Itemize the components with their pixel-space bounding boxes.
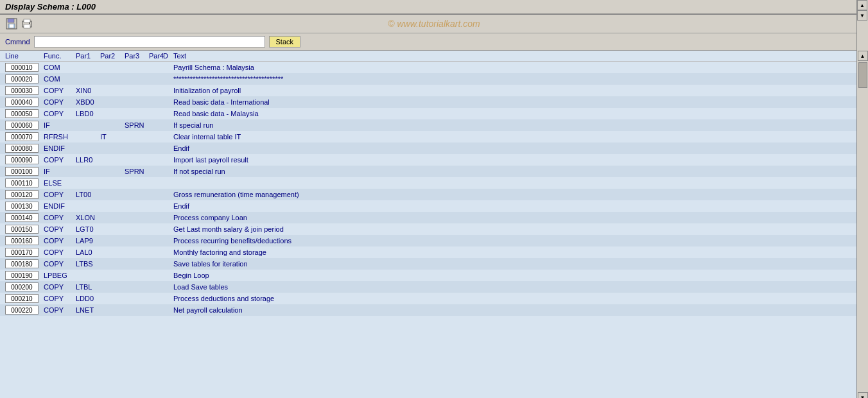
line-input[interactable] [5,155,39,164]
cell-text: **************************************** [173,75,851,83]
command-bar: Cmmnd Stack ▲ ▼ [0,33,868,51]
cell-par1: LNET [76,306,100,314]
scrollbar-down-arrow[interactable]: ▼ [857,10,867,21]
cell-par1: LT00 [76,191,100,198]
cell-line [5,178,44,188]
cell-line [5,63,44,73]
cell-text: Read basic data - International [173,98,851,106]
stack-button[interactable]: Stack [269,36,301,48]
cell-func: ENDIF [44,202,76,210]
cell-text: Import last payroll result [173,156,851,164]
cell-text: Load Save tables [173,283,851,291]
table-row: LPBEG Begin Loop [0,270,856,281]
svg-rect-6 [24,24,30,28]
cell-line [5,225,44,234]
line-input[interactable] [5,306,39,315]
cell-func: COPY [44,191,76,198]
line-input[interactable] [5,144,39,153]
cell-line [5,144,44,153]
line-input[interactable] [5,282,39,291]
line-input[interactable] [5,225,39,234]
data-table: COM Payrill Schema : Malaysia COM ******… [0,62,856,316]
col-header-par4: Par4 [149,52,163,60]
cell-text: Clear internal table IT [173,133,851,141]
cell-text: If special run [173,121,851,129]
line-input[interactable] [5,202,39,211]
scrollbar-bottom-arrow[interactable]: ▼ [858,392,868,398]
line-input[interactable] [5,190,39,199]
line-input[interactable] [5,213,39,222]
scrollbar-top-arrow[interactable]: ▲ [858,51,868,61]
cell-func: ELSE [44,179,76,187]
line-input[interactable] [5,132,39,141]
cell-func: IF [44,121,76,129]
cell-par2: IT [100,133,125,141]
line-input[interactable] [5,259,39,268]
cell-par1: LLR0 [76,156,100,164]
col-header-par2: Par2 [100,52,125,60]
scrollbar-up-arrow[interactable]: ▲ [857,0,867,10]
toolbar: © www.tutorialkart.com [0,15,868,33]
line-input[interactable] [5,74,39,83]
cell-par1: XBD0 [76,98,100,106]
watermark: © www.tutorialkart.com [388,19,480,29]
cell-text: If not special run [173,168,851,175]
print-icon[interactable] [21,17,33,30]
table-row: COPY LGT0 Get Last month salary & join p… [0,223,856,235]
cell-func: LPBEG [44,272,76,279]
line-input[interactable] [5,86,39,95]
cell-par1: LAL0 [76,248,100,256]
table-row: COPY XLON Process company Loan [0,212,856,223]
cell-par3: SPRN [125,168,149,175]
content-area: Line Func. Par1 Par2 Par3 Par4 D Text CO… [0,51,856,398]
line-input[interactable] [5,178,39,187]
cell-func: COPY [44,87,76,94]
line-input[interactable] [5,98,39,107]
table-row: IF SPRN If not special run [0,166,856,177]
cell-par1: LBD0 [76,110,100,117]
cell-text: Initialization of payroll [173,87,851,94]
cell-text: Read basic data - Malaysia [173,110,851,117]
cell-text: Monthly factoring and storage [173,248,851,256]
table-row: COPY LT00 Gross remuneration (time manag… [0,189,856,200]
line-input[interactable] [5,271,39,280]
table-row: ELSE [0,177,856,189]
scrollbar-thumb[interactable] [858,62,867,88]
table-row: COM Payrill Schema : Malaysia [0,62,856,73]
cell-func: RFRSH [44,133,76,141]
command-input[interactable] [34,36,265,48]
cell-func: COPY [44,98,76,106]
line-input[interactable] [5,248,39,257]
line-input[interactable] [5,109,39,118]
table-row: COPY LAP9 Process recurring benefits/ded… [0,235,856,247]
cell-par1: LTBL [76,283,100,291]
cell-func: COPY [44,225,76,233]
cell-text: Endif [173,202,851,210]
column-headers: Line Func. Par1 Par2 Par3 Par4 D Text [0,51,856,62]
cell-text: Save tables for iteration [173,260,851,268]
cell-line [5,190,44,200]
line-input[interactable] [5,63,39,72]
cell-text: Process company Loan [173,214,851,221]
cell-func: COPY [44,214,76,221]
cell-func: IF [44,168,76,175]
cell-par1: LAP9 [76,237,100,245]
line-input[interactable] [5,121,39,130]
cell-func: COPY [44,110,76,117]
cell-line [5,282,44,292]
cell-line [5,306,44,315]
cell-line [5,109,44,119]
save-icon[interactable] [5,17,18,30]
line-input[interactable] [5,294,39,303]
table-row: COPY XBD0 Read basic data - Internationa… [0,96,856,108]
scrollbar[interactable]: ▲ ▼ [856,51,868,398]
cell-text: Process deductions and storage [173,295,851,302]
svg-rect-1 [8,19,14,22]
cell-text: Process recurring benefits/deductions [173,237,851,245]
cell-par3: SPRN [125,121,149,129]
line-input[interactable] [5,236,39,245]
cell-func: COM [44,64,76,71]
cell-par1: LGT0 [76,225,100,233]
line-input[interactable] [5,167,39,176]
table-row: COPY LNET Net payroll calculation [0,304,856,316]
